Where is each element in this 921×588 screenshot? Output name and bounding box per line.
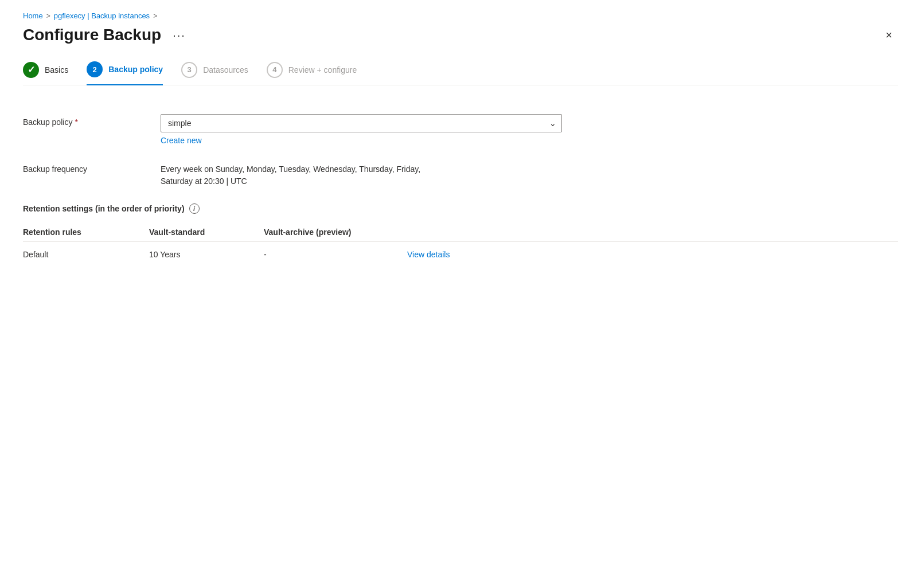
more-options-button[interactable]: ··· xyxy=(168,26,190,44)
step-datasources-number: 3 xyxy=(188,65,192,74)
step-basics-label: Basics xyxy=(45,65,68,75)
required-star: * xyxy=(75,117,77,127)
retention-col-vault-standard: Vault-standard xyxy=(149,223,264,242)
retention-vault-standard-value: 10 Years xyxy=(149,242,264,268)
breadcrumb-middle[interactable]: pgflexecy | Backup instances xyxy=(54,11,150,20)
step-backup-policy-circle: 2 xyxy=(87,61,103,77)
retention-vault-archive-value: - xyxy=(264,242,407,268)
step-review-configure-circle: 4 xyxy=(267,62,283,78)
step-review-configure-label: Review + configure xyxy=(288,65,357,75)
page-title: Configure Backup xyxy=(23,26,161,44)
step-basics[interactable]: ✓ Basics xyxy=(23,62,68,85)
wizard-steps: ✓ Basics 2 Backup policy 3 Datasources 4… xyxy=(23,61,898,85)
retention-table-head: Retention rules Vault-standard Vault-arc… xyxy=(23,223,898,242)
backup-frequency-value-area: Every week on Sunday, Monday, Tuesday, W… xyxy=(161,161,562,187)
retention-col-vault-archive: Vault-archive (preview) xyxy=(264,223,407,242)
breadcrumb: Home > pgflexecy | Backup instances > xyxy=(23,11,898,20)
table-row: Default 10 Years - View details xyxy=(23,242,898,268)
backup-policy-row: Backup policy * simple ⌄ Create new xyxy=(23,114,898,145)
backup-frequency-row: Backup frequency Every week on Sunday, M… xyxy=(23,161,898,187)
breadcrumb-separator-1: > xyxy=(46,12,50,20)
step-backup-policy-number: 2 xyxy=(93,65,97,74)
backup-policy-label: Backup policy * xyxy=(23,114,149,127)
retention-title: Retention settings (in the order of prio… xyxy=(23,204,185,213)
step-review-configure-number: 4 xyxy=(272,65,276,74)
retention-header: Retention settings (in the order of prio… xyxy=(23,203,898,214)
backup-policy-dropdown-wrapper: simple ⌄ xyxy=(161,114,562,132)
retention-col-rules: Retention rules xyxy=(23,223,149,242)
step-datasources-circle: 3 xyxy=(181,62,197,78)
backup-frequency-text: Every week on Sunday, Monday, Tuesday, W… xyxy=(161,161,562,187)
info-icon[interactable]: i xyxy=(189,203,200,214)
retention-table-body: Default 10 Years - View details xyxy=(23,242,898,268)
view-details-link[interactable]: View details xyxy=(407,250,450,259)
backup-policy-label-text: Backup policy xyxy=(23,117,72,127)
step-review-configure[interactable]: 4 Review + configure xyxy=(267,62,357,85)
retention-action-cell: View details xyxy=(407,242,898,268)
checkmark-icon: ✓ xyxy=(28,64,35,75)
retention-col-actions xyxy=(407,223,898,242)
retention-section: Retention settings (in the order of prio… xyxy=(23,203,898,267)
backup-frequency-line2: Saturday at 20:30 | UTC xyxy=(161,177,247,186)
step-backup-policy-label: Backup policy xyxy=(108,65,163,74)
step-datasources-label: Datasources xyxy=(203,65,248,75)
step-backup-policy[interactable]: 2 Backup policy xyxy=(87,61,163,85)
backup-frequency-label: Backup frequency xyxy=(23,161,149,174)
breadcrumb-home[interactable]: Home xyxy=(23,11,43,20)
backup-frequency-line1: Every week on Sunday, Monday, Tuesday, W… xyxy=(161,164,420,174)
retention-rule-name: Default xyxy=(23,242,149,268)
backup-policy-control-area: simple ⌄ Create new xyxy=(161,114,562,145)
breadcrumb-separator-2: > xyxy=(153,12,157,20)
page-header: Configure Backup ··· × xyxy=(23,26,898,44)
step-datasources[interactable]: 3 Datasources xyxy=(181,62,248,85)
backup-policy-select[interactable]: simple xyxy=(161,114,562,132)
step-basics-circle: ✓ xyxy=(23,62,39,78)
backup-frequency-label-text: Backup frequency xyxy=(23,164,87,174)
retention-table-header-row: Retention rules Vault-standard Vault-arc… xyxy=(23,223,898,242)
close-button[interactable]: × xyxy=(880,26,898,44)
retention-table: Retention rules Vault-standard Vault-arc… xyxy=(23,223,898,267)
page-title-area: Configure Backup ··· xyxy=(23,26,190,44)
create-new-link[interactable]: Create new xyxy=(161,136,202,145)
form-section: Backup policy * simple ⌄ Create new Back… xyxy=(23,108,898,273)
